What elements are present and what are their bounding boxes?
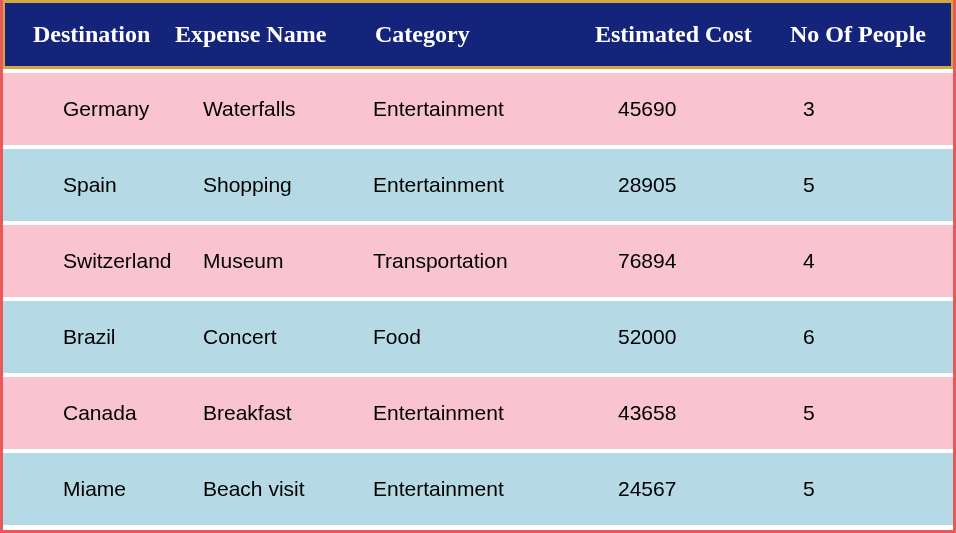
cell-expense-name: Breakfast xyxy=(203,401,373,425)
cell-destination: Spain xyxy=(3,173,203,197)
cell-category: Food xyxy=(373,325,618,349)
cell-expense-name: Beach visit xyxy=(203,477,373,501)
table-row: Brazil Concert Food 52000 6 xyxy=(3,301,953,373)
cell-expense-name: Waterfalls xyxy=(203,97,373,121)
cell-estimated-cost: 28905 xyxy=(618,173,803,197)
cell-expense-name: Shopping xyxy=(203,173,373,197)
header-expense-name: Expense Name xyxy=(175,21,375,48)
header-no-of-people: No Of People xyxy=(790,21,951,48)
table-row: Miame Beach visit Entertainment 24567 5 xyxy=(3,453,953,525)
cell-estimated-cost: 43658 xyxy=(618,401,803,425)
cell-destination: Switzerland xyxy=(3,249,203,273)
cell-expense-name: Museum xyxy=(203,249,373,273)
cell-no-of-people: 5 xyxy=(803,401,953,425)
cell-no-of-people: 3 xyxy=(803,97,953,121)
header-estimated-cost: Estimated Cost xyxy=(595,21,790,48)
cell-destination: Brazil xyxy=(3,325,203,349)
cell-estimated-cost: 45690 xyxy=(618,97,803,121)
cell-destination: Canada xyxy=(3,401,203,425)
cell-no-of-people: 5 xyxy=(803,477,953,501)
table-row: Switzerland Museum Transportation 76894 … xyxy=(3,225,953,297)
cell-category: Entertainment xyxy=(373,401,618,425)
cell-category: Entertainment xyxy=(373,173,618,197)
cell-category: Entertainment xyxy=(373,97,618,121)
cell-destination: Germany xyxy=(3,97,203,121)
cell-expense-name: Concert xyxy=(203,325,373,349)
cell-category: Transportation xyxy=(373,249,618,273)
expense-table: Destination Expense Name Category Estima… xyxy=(0,0,956,533)
cell-category: Entertainment xyxy=(373,477,618,501)
table-header-row: Destination Expense Name Category Estima… xyxy=(3,0,953,69)
cell-destination: Miame xyxy=(3,477,203,501)
header-destination: Destination xyxy=(5,21,175,48)
cell-estimated-cost: 52000 xyxy=(618,325,803,349)
header-category: Category xyxy=(375,21,595,48)
cell-no-of-people: 5 xyxy=(803,173,953,197)
cell-no-of-people: 6 xyxy=(803,325,953,349)
table-row: Germany Waterfalls Entertainment 45690 3 xyxy=(3,73,953,145)
cell-no-of-people: 4 xyxy=(803,249,953,273)
table-body: Germany Waterfalls Entertainment 45690 3… xyxy=(3,69,953,525)
cell-estimated-cost: 24567 xyxy=(618,477,803,501)
cell-estimated-cost: 76894 xyxy=(618,249,803,273)
table-row: Spain Shopping Entertainment 28905 5 xyxy=(3,149,953,221)
table-row: Canada Breakfast Entertainment 43658 5 xyxy=(3,377,953,449)
